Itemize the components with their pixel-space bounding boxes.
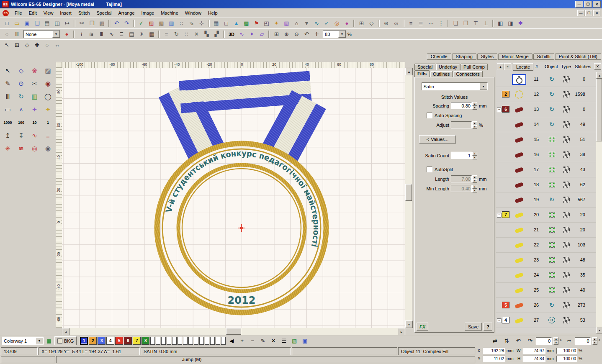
color-chip-empty[interactable]	[150, 337, 155, 345]
wave-run-tool[interactable]: ∿	[28, 129, 41, 142]
zoom-select[interactable]: 83 ▼	[323, 30, 346, 38]
object-row[interactable]: 2540	[496, 283, 596, 298]
min-length-stepper[interactable]: ▲▼	[472, 185, 477, 192]
stitch-1-tool[interactable]: 1	[41, 116, 54, 129]
mirror-vertical-icon[interactable]: ⇅	[502, 337, 511, 345]
scroll-down-icon[interactable]: ▼	[405, 320, 413, 328]
menu-file[interactable]: File	[11, 9, 26, 17]
mirror-horizontal-icon[interactable]: ⇄	[490, 337, 499, 345]
vertical-ruler[interactable]: 806040200-20-40-60	[56, 68, 62, 328]
object-row[interactable]: −427D53	[496, 313, 596, 328]
close-button[interactable]: ✕	[593, 1, 601, 8]
print-preview-icon[interactable]: ◫	[52, 19, 62, 28]
complex-fill-tool[interactable]: ◉	[41, 77, 54, 90]
spacing-input[interactable]: 0.80	[451, 102, 472, 109]
travel-down-tool[interactable]: ↧	[15, 129, 28, 142]
group-objects-icon[interactable]: ❏	[451, 19, 461, 28]
satin-count-stepper[interactable]: ▲▼	[472, 152, 477, 159]
machine-connect-icon[interactable]: ⌂	[292, 19, 301, 28]
object-row[interactable]: 2120	[496, 223, 596, 238]
menu-stitch[interactable]: Stitch	[75, 9, 93, 17]
cross-stitch-icon[interactable]: ✕	[192, 30, 201, 38]
object-list-scrollbar[interactable]: ▲ ▼	[596, 72, 602, 333]
skew-angle-stepper[interactable]: ▲▼	[592, 337, 597, 344]
skew-angle-input[interactable]: 0	[575, 337, 591, 345]
triangle-view-icon[interactable]: ▲	[232, 19, 241, 28]
scroll-up-icon[interactable]: ▲	[405, 68, 413, 75]
fancy-fill-a-icon[interactable]: ▚	[202, 30, 211, 38]
3d-effect-icon[interactable]: 3D	[226, 30, 237, 38]
stitch-1000-tool[interactable]: 1000	[1, 116, 14, 129]
collapse-expander[interactable]: −	[497, 318, 502, 323]
auto-spacing-checkbox[interactable]	[427, 113, 432, 118]
color-chip-empty[interactable]	[205, 337, 209, 345]
satin-count-input[interactable]: 1	[451, 152, 472, 159]
collapse-expander[interactable]: −	[497, 213, 502, 218]
eyelet-tool[interactable]: ◉	[41, 142, 54, 155]
minimize-button[interactable]: —	[575, 1, 583, 8]
color-chip-empty[interactable]	[199, 337, 204, 345]
travel-up-tool[interactable]: ↥	[1, 129, 14, 142]
measure-tool-icon[interactable]: ↔	[52, 41, 62, 49]
coil-run-tool[interactable]: ≋	[15, 142, 28, 155]
sequin-mode-icon[interactable]: ◎	[332, 19, 342, 28]
scroll-thumb[interactable]	[405, 184, 412, 201]
color-chip-2[interactable]: 2	[89, 337, 97, 345]
auto-connectors-icon[interactable]: ∞	[391, 19, 401, 28]
object-row[interactable]: 212↻1598	[496, 87, 596, 102]
dock-tab-schiffli[interactable]: Schiffli	[533, 53, 554, 60]
design-canvas[interactable]: V-й студентський конкурс педагогічної ма…	[62, 68, 405, 328]
align-middle-icon[interactable]: ≣	[416, 19, 426, 28]
select-object-icon[interactable]: ↖	[2, 41, 12, 49]
scroll-thumb[interactable]	[596, 79, 602, 141]
horizontal-ruler[interactable]: -100-80-60-40-20020406080	[62, 62, 405, 68]
polygon-select-icon[interactable]: ◇	[22, 41, 32, 49]
select-tool[interactable]: ↖	[1, 64, 14, 77]
doc-restore-button[interactable]: ❐	[585, 10, 592, 16]
dock-tab-mirror-merge[interactable]: Mirror-Merge	[498, 53, 533, 60]
monogram-tool[interactable]: ✦	[28, 103, 41, 116]
rectangle-tool-tool[interactable]: ▭	[1, 103, 14, 116]
color-chip-8[interactable]: 8	[141, 337, 149, 345]
color-chip-5[interactable]: 5	[115, 337, 123, 345]
thread-list-icon[interactable]: ☰	[279, 337, 288, 345]
canvas-vertical-scrollbar[interactable]: ▲ ▼	[405, 68, 412, 328]
rotate-ccw-icon[interactable]: ↶	[514, 337, 523, 345]
tab-fills[interactable]: Fills	[414, 70, 430, 77]
color-chip-empty[interactable]	[216, 337, 220, 345]
chevron-down-icon[interactable]: ▼	[36, 337, 43, 344]
mosaic-star-icon[interactable]: ✦	[272, 19, 281, 28]
save-all-icon[interactable]: ❏	[32, 19, 42, 28]
lasso-select-icon[interactable]: ◌	[42, 41, 52, 49]
color-chip-empty[interactable]	[188, 337, 193, 345]
menu-window[interactable]: Window	[182, 9, 205, 17]
cut-icon[interactable]: ✂	[77, 19, 87, 28]
left-column-icon[interactable]: ◧	[496, 19, 505, 28]
fancy-fill-b-icon[interactable]: ▞	[212, 30, 221, 38]
object-row[interactable]: −72020	[496, 208, 596, 223]
object-row[interactable]: 2435	[496, 268, 596, 283]
scroll-up-icon[interactable]: ▲	[596, 72, 602, 79]
background-button[interactable]: BKG	[54, 336, 77, 345]
save-design-icon[interactable]: ▣	[22, 19, 32, 28]
align-left-icon[interactable]: ≡	[406, 19, 416, 28]
grid-toggle-icon[interactable]: ▦	[211, 19, 221, 28]
spiral-fill-icon[interactable]: ↻	[172, 30, 181, 38]
tab-pull-comp[interactable]: Pull Comp	[461, 64, 488, 70]
e-stitch-icon[interactable]: Ξ	[117, 30, 126, 38]
prev-colors-icon[interactable]: ◀	[227, 337, 236, 345]
flower-stamp-tool[interactable]: ❀	[28, 64, 41, 77]
scroll-down-icon[interactable]: ▼	[596, 327, 602, 333]
star-effect-icon[interactable]: ✦	[247, 30, 257, 38]
scroll-thumb[interactable]	[226, 328, 241, 335]
autosplit-checkbox[interactable]	[427, 167, 432, 172]
pearl-run-tool[interactable]: ◎	[28, 142, 41, 155]
design-properties-icon[interactable]: ✓	[322, 19, 332, 28]
collapse-expander[interactable]: −	[497, 108, 502, 112]
menu-insert[interactable]: Insert	[57, 9, 75, 17]
tab-connectors[interactable]: Connectors	[453, 71, 482, 77]
color-chip-empty[interactable]	[178, 337, 182, 345]
copy-icon[interactable]: ❐	[87, 19, 97, 28]
fx-button[interactable]: FX	[417, 323, 428, 331]
menu-image[interactable]: Image	[138, 9, 158, 17]
